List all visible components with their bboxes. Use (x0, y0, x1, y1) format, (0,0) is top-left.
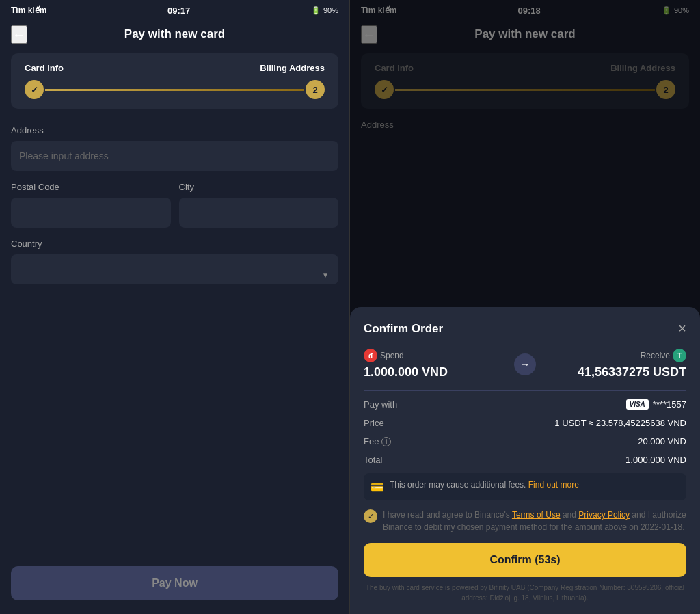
left-city-input[interactable] (179, 198, 339, 228)
left-country-select[interactable] (11, 254, 338, 284)
right-phone-screen: Tìm kiếm 09:18 🔋 90% ← Pay with new card… (350, 0, 700, 614)
left-address-input[interactable] (11, 141, 338, 171)
agree-text: I have read and agree to Binance's Terms… (383, 509, 686, 533)
warning-icon: 💳 (371, 481, 384, 494)
total-row: Total 1.000.000 VND (364, 455, 686, 465)
warning-row: 💳 This order may cause additional fees. … (364, 473, 686, 500)
usdt-icon: T (673, 349, 686, 362)
modal-close-button[interactable]: × (678, 321, 686, 336)
left-postal-input[interactable] (11, 198, 171, 228)
total-value: 1.000.000 VND (625, 455, 686, 465)
left-status-left: Tìm kiếm (11, 5, 46, 15)
left-status-right: 🔋 90% (311, 6, 338, 15)
left-row-fields: Postal Code City (11, 182, 338, 228)
left-page-title: Pay with new card (124, 27, 225, 41)
left-country-label: Country (11, 239, 338, 249)
battery-icon: 🔋 (311, 6, 321, 15)
visa-badge: VISA (626, 399, 649, 410)
divider-1 (364, 390, 686, 391)
fee-info-icon[interactable]: i (381, 437, 391, 446)
left-city-field: City (179, 182, 339, 228)
warning-text: This order may cause additional fees. Fi… (390, 480, 579, 490)
vnd-icon: đ (364, 349, 377, 362)
receive-amount: 41,56337275 USDT (543, 365, 686, 379)
price-value: 1 USDT ≈ 23.578,45225638 VND (554, 418, 686, 428)
spend-label: đ Spend (364, 349, 507, 362)
price-row: Price 1 USDT ≈ 23.578,45225638 VND (364, 418, 686, 428)
privacy-link[interactable]: Privacy Policy (578, 510, 630, 520)
confirm-button[interactable]: Confirm (53s) (364, 543, 686, 577)
left-country-wrapper (11, 254, 338, 295)
modal-title: Confirm Order (364, 322, 443, 336)
tx-spend-side: đ Spend 1.000.000 VND (364, 349, 507, 379)
powered-text: The buy with card service is powered by … (364, 583, 686, 603)
left-postal-field: Postal Code (11, 182, 171, 228)
tx-arrow-icon: → (514, 353, 536, 375)
modal-header: Confirm Order × (364, 321, 686, 336)
left-postal-label: Postal Code (11, 182, 171, 192)
left-address-label: Address (11, 125, 338, 135)
pay-with-label: Pay with (364, 399, 397, 410)
left-step1-label: Card Info (25, 63, 64, 73)
left-phone-screen: Tìm kiếm 09:17 🔋 90% ← Pay with new card… (0, 0, 350, 614)
left-step2-circle: 2 (306, 80, 325, 99)
fee-label: Fee i (364, 436, 391, 446)
left-step-progress: ✓ 2 (25, 80, 325, 99)
left-step-labels: Card Info Billing Address (25, 63, 325, 73)
tx-receive-side: Receive T 41,56337275 USDT (543, 349, 686, 379)
left-status-bar: Tìm kiếm 09:17 🔋 90% (0, 0, 349, 21)
confirm-order-overlay: Confirm Order × đ Spend 1.000.000 VND → … (350, 0, 700, 614)
left-step2-label: Billing Address (260, 63, 325, 73)
left-form: Address Postal Code City Country (0, 114, 349, 561)
find-out-more-link[interactable]: Find out more (528, 480, 579, 490)
left-city-label: City (179, 182, 339, 192)
fee-value: 20.000 VND (638, 436, 686, 446)
left-status-time: 09:17 (167, 5, 190, 16)
total-label: Total (364, 455, 382, 465)
agree-checkbox[interactable]: ✓ (364, 509, 377, 523)
pay-with-value: VISA ****1557 (626, 399, 687, 410)
left-header: ← Pay with new card (0, 21, 349, 48)
price-label: Price (364, 418, 384, 428)
agree-row: ✓ I have read and agree to Binance's Ter… (364, 509, 686, 533)
fee-row: Fee i 20.000 VND (364, 436, 686, 446)
left-step-indicator: Card Info Billing Address ✓ 2 (11, 53, 338, 109)
left-step1-circle: ✓ (25, 80, 44, 99)
pay-with-row: Pay with VISA ****1557 (364, 399, 686, 410)
terms-link[interactable]: Terms of Use (512, 510, 561, 520)
receive-label: Receive T (543, 349, 686, 362)
left-back-button[interactable]: ← (11, 25, 27, 44)
left-step-line (45, 89, 304, 91)
spend-amount: 1.000.000 VND (364, 365, 507, 379)
confirm-order-modal: Confirm Order × đ Spend 1.000.000 VND → … (350, 307, 700, 614)
left-pay-now-button[interactable]: Pay Now (11, 566, 338, 600)
tx-row: đ Spend 1.000.000 VND → Receive T 41,563… (364, 349, 686, 379)
